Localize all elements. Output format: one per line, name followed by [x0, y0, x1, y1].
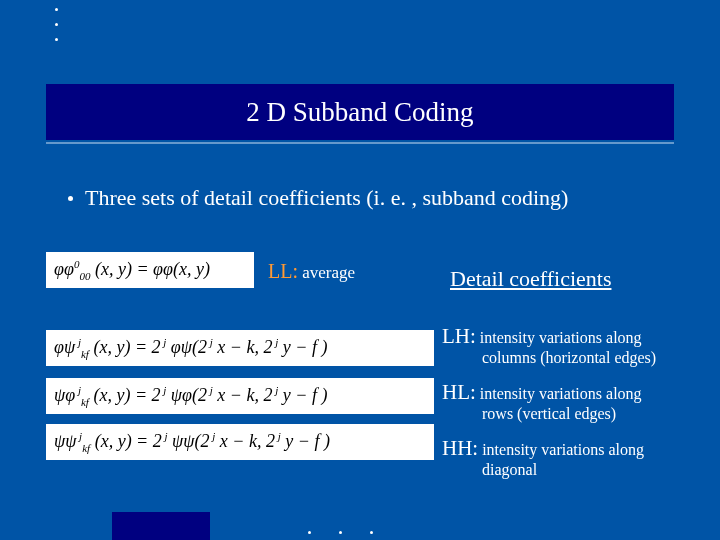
decorative-dots-bottom: [308, 531, 373, 534]
decorative-dots-top: [55, 8, 58, 53]
bullet-text: Three sets of detail coefficients (i. e.…: [85, 185, 568, 211]
equation-hl: ψφ jkf (x, y) = 2 j ψφ(2 j x − k, 2 j y …: [46, 378, 434, 414]
equation-lh: φψ jkf (x, y) = 2 j φψ(2 j x − k, 2 j y …: [46, 330, 434, 366]
lh-label: LH:: [442, 324, 476, 348]
lh-desc2: columns (horizontal edges): [482, 349, 707, 367]
bullet-item: Three sets of detail coefficients (i. e.…: [68, 185, 568, 211]
ll-text: average: [298, 263, 355, 282]
ll-prefix: LL:: [268, 260, 298, 282]
hl-description: HL: intensity variations along rows (ver…: [442, 380, 707, 423]
hh-description: HH: intensity variations along diagonal: [442, 436, 707, 479]
hh-desc2: diagonal: [482, 461, 707, 479]
ll-label: LL: average: [268, 260, 355, 283]
title-underline: [46, 142, 674, 144]
detail-coefficients-header: Detail coefficients: [450, 266, 611, 292]
equation-hh: ψψ jkf (x, y) = 2 j ψψ(2 j x − k, 2 j y …: [46, 424, 434, 460]
hl-label: HL:: [442, 380, 476, 404]
bullet-dot-icon: [68, 196, 73, 201]
hl-desc2: rows (vertical edges): [482, 405, 707, 423]
slide-title: 2 D Subband Coding: [46, 84, 674, 140]
hl-desc1: intensity variations along: [476, 385, 642, 402]
equation-ll: φφ000 (x, y) = φφ(x, y): [46, 252, 254, 288]
lh-desc1: intensity variations along: [476, 329, 642, 346]
hh-desc1: intensity variations along: [478, 441, 644, 458]
hh-label: HH:: [442, 436, 478, 460]
decorative-bottom-block: [112, 512, 210, 540]
lh-description: LH: intensity variations along columns (…: [442, 324, 707, 367]
